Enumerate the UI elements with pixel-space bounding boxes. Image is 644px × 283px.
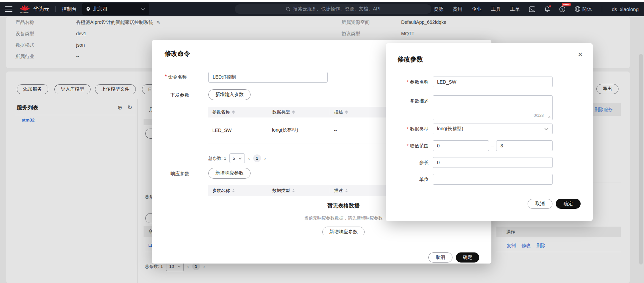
notification-dot [549,5,551,7]
add-service-button[interactable]: 添加服务 [17,84,48,94]
char-counter: 0/128 [534,113,544,118]
help-icon[interactable]: ? NEW [559,6,566,12]
nav-divider-2 [602,6,602,12]
modal-title: 修改命令 [165,49,190,58]
required-asterisk: * [165,74,167,80]
notifications-bell-icon[interactable] [544,6,550,12]
data-type-select[interactable]: long(长整型) [433,124,553,134]
modify-param-modal: 修改参数 ✕ *参数名称 LED_SW 参数描述 0/128 *数据类型 lon… [386,43,593,221]
service-list-divider [15,115,136,115]
info-label: 数据格式 [15,42,34,48]
resize-handle-icon[interactable] [548,115,551,118]
export-button[interactable]: 导出 [596,84,619,94]
cli-terminal-icon[interactable] [529,6,535,12]
value-range-row: *取值范围 0 – 3 [390,140,553,151]
edit-pencil-icon[interactable]: ✎ [156,20,160,25]
confirm-button[interactable]: 确定 [556,199,581,209]
data-type-label: *数据类型 [390,124,429,132]
row-divider-2 [496,252,621,252]
empty-add-resp-param-button[interactable]: 新增响应参数 [322,227,365,235]
th-data-type[interactable]: 数据类型 [268,109,330,115]
info-value-data-format: json [76,42,85,48]
huawei-logo[interactable]: HUAWEI [20,5,30,13]
row-action-delete[interactable]: 删除 [536,243,545,249]
param-name-label: *参数名称 [390,77,429,85]
range-max-input[interactable]: 3 [496,140,553,151]
nav-link-tools[interactable]: 工具 [491,6,501,12]
operation-header-band: 操作 [496,227,621,237]
next-page-arrow[interactable]: › [264,155,266,161]
row-action-modify[interactable]: 修改 [522,243,531,249]
nav-link-resources[interactable]: 资源 [433,6,443,12]
add-resp-param-button[interactable]: 新增响应参数 [208,168,251,179]
sort-icon[interactable] [292,110,295,114]
hamburger-menu-icon[interactable] [5,6,12,12]
param-desc-label: 参数描述 [390,95,429,104]
info-label: 协议类型 [341,31,360,37]
step-input[interactable]: 0 [433,157,553,168]
th-param-name[interactable]: 参数名称 [208,188,268,193]
top-navbar: HUAWEI 华为云 控制台 北京四 搜索云服务、快捷操作、资源、文档、API … [0,2,644,16]
language-switcher[interactable]: 简体 [575,6,592,12]
unit-row: 单位 [390,174,553,185]
modal-table-pagination: 总条数: 1 5 ‹ 1 › [208,153,266,163]
th-param-name[interactable]: 参数名称 [208,109,268,115]
chevron-down-icon [141,8,145,10]
console-link[interactable]: 控制台 [62,6,77,12]
sidebar-vertical-divider [137,99,138,283]
region-selector[interactable]: 北京四 [82,3,149,15]
page-size-select[interactable]: 5 [229,153,245,163]
search-icon [286,7,290,11]
sort-icon[interactable] [232,189,235,192]
add-service-plus-icon[interactable]: ⊕ [117,105,122,110]
account-username[interactable]: ds_xiaolong [612,6,639,12]
command-name-input[interactable]: LED灯控制 [208,72,328,83]
import-library-model-button[interactable]: 导入库模型 [54,84,91,94]
nav-link-billing[interactable]: 费用 [452,6,463,12]
cancel-button[interactable]: 取消 [428,252,452,263]
service-item-stm32[interactable]: stm32 [21,117,35,123]
service-list-title: 服务列表 [17,104,38,111]
th-data-type[interactable]: 数据类型 [268,188,330,193]
unit-label: 单位 [390,174,429,183]
close-icon[interactable]: ✕ [578,51,583,58]
sort-icon[interactable] [345,189,348,192]
delete-service-link[interactable]: 删除服务 [594,107,612,113]
cell-param-name: LED_SW [208,128,268,133]
sort-icon[interactable] [292,189,295,192]
sort-icon[interactable] [232,110,235,114]
param-desc-textarea[interactable]: 0/128 [433,95,553,120]
resp-params-label: 响应参数 [170,171,189,177]
unit-input[interactable] [433,174,553,185]
total-label: 总条数: 1 [145,264,163,270]
param-name-input[interactable]: LED_SW [433,77,553,87]
range-min-input[interactable]: 0 [433,140,489,151]
bg-divider-line [593,183,621,183]
nav-link-enterprise[interactable]: 企业 [472,6,482,12]
row-action-copy[interactable]: 复制 [507,243,516,249]
nav-link-ticket[interactable]: 工单 [510,6,520,12]
current-page[interactable]: 1 [253,154,261,162]
prev-page-arrow[interactable]: ‹ [248,155,250,161]
current-page[interactable]: 1 [192,263,200,270]
global-search-input[interactable]: 搜索云服务、快捷操作、资源、文档、API [235,4,431,14]
upload-model-file-button[interactable]: 上传模型文件 [95,84,136,94]
prev-page-arrow[interactable]: ‹ [187,264,189,269]
page-scrollbar[interactable] [639,54,643,265]
cell-data-type: long(长整型) [268,127,330,133]
command-name-label: *命令名称 [165,74,187,80]
sort-icon[interactable] [345,110,348,114]
svg-text:?: ? [561,7,564,11]
next-page-arrow[interactable]: › [203,264,205,269]
location-pin-icon [86,7,90,12]
confirm-button[interactable]: 确定 [456,252,479,263]
info-value-industry: -- [76,54,79,59]
add-input-param-button[interactable]: 新增输入参数 [208,89,251,100]
new-badge: NEW [562,3,571,6]
cancel-button[interactable]: 取消 [528,199,552,209]
brand-name[interactable]: 华为云 [33,6,49,13]
operation-column-header: 操作 [506,229,515,235]
refresh-icon[interactable]: ↻ [127,105,132,110]
modal-title: 修改参数 [397,55,423,64]
info-label: 所属行业 [15,54,34,60]
